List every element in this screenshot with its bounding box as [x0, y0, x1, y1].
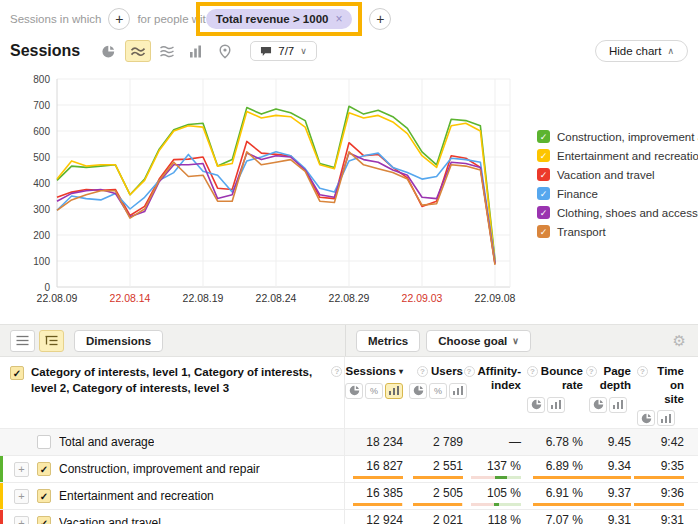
row-checkbox[interactable]: ✓ [37, 462, 51, 476]
y-axis-tick-label: 700 [33, 100, 50, 111]
metric-bar [413, 476, 463, 479]
bars-toggle-icon[interactable] [609, 397, 627, 413]
hide-chart-button[interactable]: Hide chart ∧ [595, 40, 688, 62]
add-session-condition-button[interactable]: + [108, 8, 130, 30]
tree-view-button[interactable] [39, 330, 64, 352]
column-label[interactable]: Affinity-index [478, 365, 521, 393]
dimension-checkbox[interactable]: ✓ [10, 366, 24, 380]
add-user-condition-button[interactable]: + [369, 8, 391, 30]
bars-toggle-icon[interactable] [657, 410, 675, 426]
y-axis-tick-label: 600 [33, 126, 50, 137]
pie-chart-icon[interactable] [96, 40, 122, 62]
list-view-button[interactable] [10, 330, 35, 352]
row-label[interactable]: Construction, improvement and repair [59, 462, 260, 476]
sort-indicator-icon[interactable]: ▾ [399, 367, 403, 377]
segment-chip-total-revenue[interactable]: Total revenue > 1000 × [206, 9, 353, 29]
legend-checkbox[interactable]: ✓ [537, 130, 550, 143]
help-icon[interactable]: ? [417, 366, 428, 377]
table-header: ✓ Category of interests, level 1, Catego… [0, 357, 698, 428]
column-header-page-depth[interactable]: ?Page depth [589, 365, 637, 426]
legend-checkbox[interactable]: ✓ [537, 149, 550, 162]
legend-item[interactable]: ✓Vacation and travel [537, 168, 695, 181]
metric-value: 2 789 [433, 435, 463, 449]
expand-row-button[interactable]: + [14, 489, 29, 504]
expand-row-button[interactable]: + [14, 516, 29, 524]
table-row[interactable]: +✓Construction, improvement and repair16… [0, 455, 698, 482]
metric-value: 9.34 [608, 459, 631, 473]
stacked-chart-icon[interactable] [154, 40, 180, 62]
metric-cell: 2 021 [409, 510, 469, 524]
legend-checkbox[interactable]: ✓ [537, 206, 550, 219]
annotations-dropdown[interactable]: 7/7 ∨ [250, 41, 317, 61]
column-label[interactable]: Time on site [651, 365, 684, 406]
metric-value: 12 924 [366, 513, 403, 524]
column-header-affinity-index[interactable]: ?Affinity-index [469, 365, 527, 426]
help-icon[interactable]: ? [637, 366, 648, 377]
column-label[interactable]: Bounce rate [541, 365, 583, 393]
metric-value: 137 % [487, 459, 521, 473]
help-icon[interactable]: ? [586, 366, 597, 377]
line-chart-icon[interactable] [125, 40, 151, 62]
table-row[interactable]: +✓Vacation and travel12 9242 021118 %7.0… [0, 509, 698, 524]
choose-goal-button[interactable]: Choose goal ∨ [426, 330, 531, 352]
table-controls-band: Dimensions Metrics Choose goal ∨ ⚙ [0, 324, 698, 357]
pie-toggle-icon[interactable] [527, 397, 545, 413]
pie-toggle-icon[interactable] [589, 397, 607, 413]
row-checkbox[interactable] [37, 435, 51, 449]
bars-toggle-icon[interactable] [385, 383, 403, 399]
help-icon[interactable]: ? [331, 366, 342, 377]
chart-view-switcher [96, 40, 238, 62]
column-chart-icon[interactable] [183, 40, 209, 62]
metric-cell: 9.31 [589, 510, 637, 524]
gear-icon[interactable]: ⚙ [673, 332, 686, 350]
metric-value: 2 021 [433, 513, 463, 524]
row-values: 16 3852 505105 %6.91 %9.379:36 [344, 483, 698, 509]
row-label-cell: Total and average [0, 429, 344, 455]
metric-value: 9.45 [608, 435, 631, 449]
row-checkbox[interactable]: ✓ [37, 489, 51, 503]
expand-row-button[interactable]: + [14, 462, 29, 477]
column-header-sessions[interactable]: ?Sessions▾% [345, 365, 409, 426]
legend-item[interactable]: ✓Clothing, shoes and accessories [537, 206, 695, 219]
metrics-button[interactable]: Metrics [356, 330, 420, 352]
pie-toggle-icon[interactable] [345, 383, 363, 399]
help-icon[interactable]: ? [527, 366, 538, 377]
legend-checkbox[interactable]: ✓ [537, 225, 550, 238]
legend-checkbox[interactable]: ✓ [537, 168, 550, 181]
row-checkbox[interactable]: ✓ [37, 516, 51, 524]
percent-toggle-icon[interactable]: % [365, 383, 383, 399]
table-row[interactable]: +✓Entertainment and recreation16 3852 50… [0, 482, 698, 509]
percent-toggle-icon[interactable]: % [429, 383, 447, 399]
legend-item[interactable]: ✓Entertainment and recreation [537, 149, 695, 162]
help-icon[interactable]: ? [464, 366, 475, 377]
column-header-users[interactable]: ?Users% [409, 365, 469, 426]
metric-bar [413, 503, 463, 506]
legend-item[interactable]: ✓Construction, improvement and repair [537, 130, 695, 143]
legend-item[interactable]: ✓Finance [537, 187, 695, 200]
column-header-bounce-rate[interactable]: ?Bounce rate [527, 365, 589, 426]
column-label[interactable]: Users [431, 365, 463, 379]
chart-canvas[interactable]: 010020030040050060070080022.08.0922.08.1… [0, 64, 532, 320]
metric-cell: 9.37 [589, 483, 637, 509]
column-label[interactable]: Page depth [600, 365, 631, 393]
row-color-strip [0, 483, 3, 509]
x-axis-tick-label: 22.09.03 [402, 292, 443, 304]
metric-cell: 6.78 % [527, 429, 589, 455]
dimensions-button[interactable]: Dimensions [74, 330, 163, 352]
table-row[interactable]: Total and average18 2342 789—6.78 %9.459… [0, 428, 698, 455]
row-label[interactable]: Total and average [59, 435, 154, 449]
column-label[interactable]: Sessions [345, 365, 396, 379]
metric-cell: 6.91 % [527, 483, 589, 509]
row-label[interactable]: Vacation and travel [59, 516, 161, 524]
column-header-time-on-site[interactable]: ?Time on site [637, 365, 690, 426]
pie-toggle-icon[interactable] [637, 410, 655, 426]
metric-cell: 118 % [469, 510, 527, 524]
legend-item[interactable]: ✓Transport [537, 225, 695, 238]
pie-toggle-icon[interactable] [409, 383, 427, 399]
row-label[interactable]: Entertainment and recreation [59, 489, 214, 503]
bars-toggle-icon[interactable] [547, 397, 565, 413]
dimension-title[interactable]: Category of interests, level 1, Category… [31, 365, 338, 396]
legend-checkbox[interactable]: ✓ [537, 187, 550, 200]
map-pin-icon[interactable] [212, 40, 238, 62]
remove-segment-icon[interactable]: × [335, 12, 342, 26]
